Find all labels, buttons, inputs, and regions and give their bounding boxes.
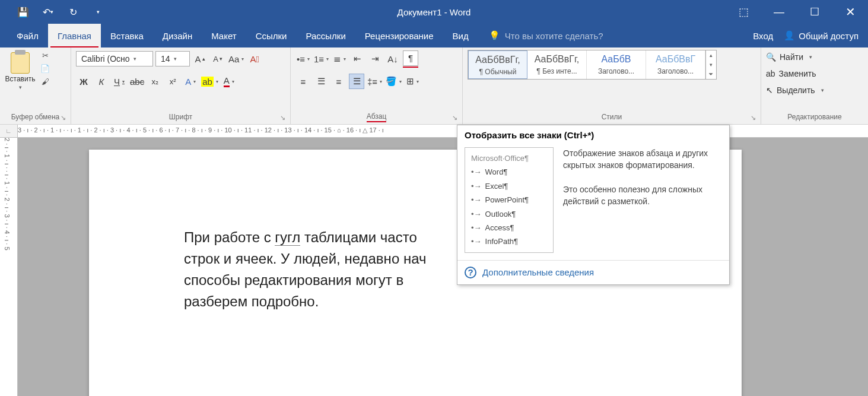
tab-review[interactable]: Рецензирование [355, 24, 443, 47]
copy-button[interactable]: 📄 [39, 63, 51, 74]
font-size-combo[interactable]: 14▾ [155, 51, 190, 66]
style-no-spacing[interactable]: АаБбВвГг, ¶ Без инте... [527, 50, 587, 79]
document-area[interactable]: При работе с гугл таблицами часто бцов, … [18, 138, 868, 396]
styles-gallery[interactable]: АаБбВвГг, ¶ Обычный АаБбВвГг, ¶ Без инте… [468, 50, 717, 80]
grow-font-button[interactable]: A▴ [192, 51, 208, 66]
find-button[interactable]: 🔍Найти▾ [766, 50, 824, 64]
decrease-indent-button[interactable]: ⇤ [349, 51, 365, 66]
ribbon-display-options[interactable]: ⬚ [726, 0, 761, 24]
ribbon-tabs: Файл Главная Вставка Дизайн Макет Ссылки… [0, 24, 868, 47]
tab-home[interactable]: Главная [48, 24, 101, 47]
bullets-button[interactable]: •≡▾ [295, 51, 311, 66]
clipboard-launcher[interactable]: ↘ [61, 114, 66, 122]
group-editing: 🔍Найти▾ abЗаменить ↖Выделить▾ Редактиров… [761, 47, 868, 124]
tab-view[interactable]: Вид [443, 24, 478, 47]
cut-button[interactable]: ✂ [39, 50, 51, 61]
undo-button[interactable]: ↶ ▾ [36, 0, 61, 24]
ribbon: Вставить ▾ ✂ 📄 🖌 Буфер обмена↘ Calibri (… [0, 47, 868, 125]
tooltip-title: Отобразить все знаки (Ctrl+*) [457, 125, 729, 145]
format-painter-button[interactable]: 🖌 [39, 76, 51, 87]
tab-design[interactable]: Дизайн [153, 24, 202, 47]
paragraph-launcher[interactable]: ↘ [452, 114, 457, 122]
tab-layout[interactable]: Макет [202, 24, 246, 47]
tooltip-preview: Microsoft·Office¶ •→Word¶ •→Excel¶ •→Pow… [465, 147, 554, 253]
close-button[interactable]: ✕ [832, 0, 868, 24]
strikethrough-button[interactable]: abc [129, 74, 145, 89]
group-font: Calibri (Осно▾ 14▾ A▴ A▾ Aa▾ A⃠ Ж К Ч▾ a… [71, 47, 291, 124]
text-effects-button[interactable]: A▾ [183, 74, 198, 89]
style-heading1[interactable]: АаБбВ Заголово... [587, 50, 646, 79]
bold-button[interactable]: Ж [76, 74, 91, 89]
tooltip-description: Отображение знаков абзаца и других скрыт… [563, 147, 722, 253]
help-icon: ? [465, 267, 476, 278]
share-icon: 👤 [784, 30, 795, 41]
line-spacing-button[interactable]: ‡≡▾ [367, 74, 383, 89]
italic-button[interactable]: К [94, 74, 109, 89]
tooltip-more-link[interactable]: ? Дополнительные сведения [457, 260, 729, 284]
title-bar: 💾 ↶ ▾ ↻ ▾ Документ1 - Word ⬚ — ☐ ✕ [0, 0, 868, 24]
minimize-button[interactable]: — [761, 0, 797, 24]
group-styles: АаБбВвГг, ¶ Обычный АаБбВвГг, ¶ Без инте… [463, 47, 761, 124]
styles-launcher[interactable]: ↘ [751, 114, 756, 122]
show-hide-paragraph-marks-button[interactable]: ¶ [403, 50, 418, 66]
workspace: ∟ 3 · ı · 2 · ı · 1 · ı · · ı · 1 · ı · … [0, 125, 868, 396]
replace-button[interactable]: abЗаменить [766, 66, 824, 81]
replace-icon: ab [766, 69, 775, 78]
change-case-button[interactable]: Aa▾ [228, 51, 244, 66]
tab-insert[interactable]: Вставка [101, 24, 153, 47]
styles-more-button[interactable]: ▴▾⏷ [705, 50, 716, 79]
sort-button[interactable]: A↓ [385, 51, 400, 66]
style-heading2[interactable]: АаБбВвГ Заголово... [646, 50, 705, 79]
ruler-corner[interactable]: ∟ [0, 125, 18, 138]
font-name-combo[interactable]: Calibri (Осно▾ [76, 51, 153, 66]
save-button[interactable]: 💾 [11, 0, 36, 24]
tab-mailings[interactable]: Рассылки [296, 24, 355, 47]
search-icon: 🔍 [766, 52, 776, 62]
group-clipboard: Вставить ▾ ✂ 📄 🖌 Буфер обмена↘ [0, 47, 71, 124]
vertical-ruler[interactable]: 2 · ı · 1 · ı · · ı · 1 · ı · 2 · ı · 3 … [0, 138, 18, 396]
clipboard-icon [11, 52, 30, 74]
group-paragraph: •≡▾ 1≡▾ ≣▾ ⇤ ⇥ A↓ ¶ ≡ ☰ ≡ ☰ ‡≡▾ 🪣▾ ⊞▾ [291, 47, 463, 124]
share-button[interactable]: 👤 Общий доступ [784, 30, 859, 41]
clear-formatting-button[interactable]: A⃠ [247, 51, 262, 66]
borders-button[interactable]: ⊞▾ [405, 74, 420, 89]
horizontal-ruler[interactable]: 3 · ı · 2 · ı · 1 · ı · · ı · 1 · ı · 2 … [18, 125, 868, 138]
cursor-icon: ↖ [766, 85, 773, 95]
subscript-button[interactable]: x₂ [147, 74, 163, 89]
quick-access-toolbar: 💾 ↶ ▾ ↻ ▾ [0, 0, 110, 24]
maximize-button[interactable]: ☐ [797, 0, 832, 24]
lightbulb-icon: 💡 [489, 30, 500, 41]
shrink-font-button[interactable]: A▾ [210, 51, 225, 66]
select-button[interactable]: ↖Выделить▾ [766, 83, 824, 97]
font-color-button[interactable]: A▾ [221, 74, 237, 89]
highlight-button[interactable]: ab▾ [201, 74, 219, 89]
align-right-button[interactable]: ≡ [331, 74, 346, 89]
tell-me-search[interactable]: 💡 Что вы хотите сделать? [478, 24, 614, 47]
numbering-button[interactable]: 1≡▾ [313, 51, 329, 66]
superscript-button[interactable]: x² [165, 74, 180, 89]
shading-button[interactable]: 🪣▾ [385, 74, 402, 89]
highlight-underline [403, 66, 418, 68]
qat-customize[interactable]: ▾ [85, 0, 110, 24]
increase-indent-button[interactable]: ⇥ [367, 51, 383, 66]
font-launcher[interactable]: ↘ [280, 114, 285, 122]
underline-button[interactable]: Ч▾ [112, 74, 127, 89]
multilevel-button[interactable]: ≣▾ [332, 51, 347, 66]
sign-in-link[interactable]: Вход [753, 31, 773, 41]
show-marks-tooltip: Отобразить все знаки (Ctrl+*) Microsoft·… [457, 125, 730, 285]
align-center-button[interactable]: ☰ [313, 74, 329, 89]
style-normal[interactable]: АаБбВвГг, ¶ Обычный [468, 50, 527, 79]
redo-button[interactable]: ↻ [61, 0, 85, 24]
align-left-button[interactable]: ≡ [295, 74, 311, 89]
justify-button[interactable]: ☰ [349, 74, 364, 89]
paste-button[interactable]: Вставить ▾ [5, 50, 36, 90]
tab-references[interactable]: Ссылки [246, 24, 297, 47]
tab-file[interactable]: Файл [7, 24, 48, 47]
